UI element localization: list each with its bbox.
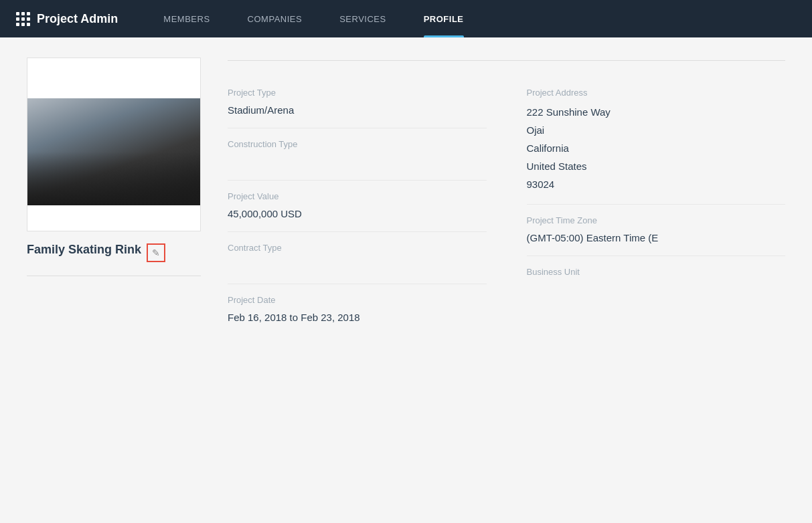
project-type-group: Project Type Stadium/Arena bbox=[228, 77, 487, 128]
left-panel: Family Skating Rink ✎ bbox=[27, 58, 201, 335]
left-divider bbox=[27, 276, 201, 276]
contract-type-value bbox=[228, 258, 487, 273]
field-project-type: Project Type Stadium/Arena Construction … bbox=[228, 77, 487, 335]
project-type-label: Project Type bbox=[228, 88, 487, 98]
contract-type-label: Contract Type bbox=[228, 243, 487, 253]
timezone-value: (GMT-05:00) Eastern Time (E bbox=[527, 231, 786, 245]
nav-item-services[interactable]: SERVICES bbox=[321, 0, 405, 37]
field-address-col: Project Address 222 Sunshine Way Ojai Ca… bbox=[527, 77, 786, 335]
address-state: California bbox=[527, 139, 786, 157]
project-address-value: 222 Sunshine Way Ojai California United … bbox=[527, 103, 786, 193]
address-zip: 93024 bbox=[527, 175, 786, 193]
timezone-label: Project Time Zone bbox=[527, 215, 786, 225]
address-line1: 222 Sunshine Way bbox=[527, 103, 786, 121]
nav-item-profile[interactable]: PROFILE bbox=[405, 0, 483, 37]
business-unit-label: Business Unit bbox=[527, 267, 786, 277]
project-image-container bbox=[27, 58, 201, 231]
address-city: Ojai bbox=[527, 121, 786, 139]
project-image bbox=[27, 98, 201, 205]
image-bottom-space bbox=[27, 205, 200, 231]
project-address-label: Project Address bbox=[527, 88, 786, 98]
nav-item-members[interactable]: MEMBERS bbox=[145, 0, 228, 37]
project-name: Family Skating Rink bbox=[27, 242, 141, 257]
edit-project-name-button[interactable]: ✎ bbox=[147, 243, 165, 262]
pencil-icon: ✎ bbox=[152, 247, 160, 258]
business-unit-value bbox=[527, 282, 786, 297]
project-address-group: Project Address 222 Sunshine Way Ojai Ca… bbox=[527, 77, 786, 205]
project-date-group: Project Date Feb 16, 2018 to Feb 23, 201… bbox=[228, 284, 487, 335]
fields-grid: Project Type Stadium/Arena Construction … bbox=[228, 77, 785, 335]
grid-icon bbox=[16, 12, 30, 26]
main-nav: MEMBERS COMPANIES SERVICES PROFILE bbox=[145, 0, 796, 37]
nav-item-companies[interactable]: COMPANIES bbox=[229, 0, 321, 37]
right-panel: Project Type Stadium/Arena Construction … bbox=[228, 58, 785, 335]
project-date-value: Feb 16, 2018 to Feb 23, 2018 bbox=[228, 310, 487, 324]
project-value-group: Project Value 45,000,000 USD bbox=[228, 181, 487, 232]
business-unit-group: Business Unit bbox=[527, 256, 786, 308]
timezone-group: Project Time Zone (GMT-05:00) Eastern Ti… bbox=[527, 205, 786, 256]
construction-type-label: Construction Type bbox=[228, 139, 487, 149]
brand: Project Admin bbox=[16, 12, 118, 26]
image-top-space bbox=[27, 58, 200, 98]
project-value-label: Project Value bbox=[228, 191, 487, 201]
address-country: United States bbox=[527, 157, 786, 175]
brand-title: Project Admin bbox=[37, 12, 118, 26]
project-type-value: Stadium/Arena bbox=[228, 103, 487, 117]
project-value-value: 45,000,000 USD bbox=[228, 207, 487, 221]
top-divider bbox=[228, 60, 785, 61]
app-header: Project Admin MEMBERS COMPANIES SERVICES… bbox=[0, 0, 812, 37]
project-date-label: Project Date bbox=[228, 295, 487, 305]
construction-type-value bbox=[228, 154, 487, 169]
project-name-row: Family Skating Rink ✎ bbox=[27, 242, 201, 262]
contract-type-group: Contract Type bbox=[228, 232, 487, 284]
construction-type-group: Construction Type bbox=[228, 128, 487, 181]
main-content: Family Skating Rink ✎ Project Type Stadi… bbox=[0, 37, 812, 355]
